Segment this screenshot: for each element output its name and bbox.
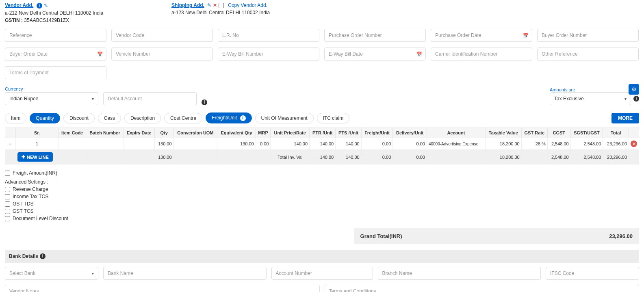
cell-freight[interactable]: 0.00 <box>361 138 393 150</box>
bank-name-input[interactable]: Bank Name <box>103 267 267 280</box>
cell-batch[interactable] <box>86 138 124 150</box>
lr-no-input[interactable]: L.R. No <box>218 29 319 42</box>
table-row[interactable]: ≡ 1 130.00 130.00 0.00 140.00 140.00 140… <box>5 138 639 150</box>
account-number-input[interactable]: Account Number <box>271 267 373 280</box>
grand-total-label: Grand Total(INR) <box>360 233 402 239</box>
table-header-row: Sr. Item Code Batch Number Expiry Date Q… <box>5 128 639 138</box>
gst-tcs-label: GST TCS <box>13 208 34 214</box>
buyer-order-date-input[interactable]: Buyer Order Date📅 <box>5 48 106 61</box>
reverse-charge-checkbox[interactable] <box>5 187 10 192</box>
gst-tcs-checkbox[interactable] <box>5 209 10 214</box>
cell-sr: 1 <box>16 138 59 150</box>
income-tax-tcs-checkbox[interactable] <box>5 194 10 199</box>
cell-pts[interactable]: 140.00 <box>336 138 361 150</box>
new-line-button[interactable]: ✚NEW LINE <box>17 152 53 162</box>
cell-account[interactable]: 40000-Advertising Expense <box>427 138 485 150</box>
vehicle-number-input[interactable]: Vehicle Number <box>111 48 213 61</box>
vendor-address-text: a-212 New Delhi Central DELHI 110002 Ind… <box>5 10 159 16</box>
shipping-address-block: Shipping Add. ✎ ✕ Copy Vendor Add. a-123… <box>171 2 326 23</box>
line-items-table: Sr. Item Code Batch Number Expiry Date Q… <box>5 128 639 164</box>
pill-discount[interactable]: Discount <box>63 113 95 123</box>
cell-conv-uom[interactable] <box>173 138 217 150</box>
po-number-input[interactable]: Purchase Order Number <box>324 29 426 42</box>
copy-vendor-checkbox[interactable] <box>219 3 224 8</box>
freight-amount-checkbox[interactable] <box>5 171 10 176</box>
cell-unit-price[interactable]: 140.00 <box>271 138 310 150</box>
col-total: Total <box>603 128 629 138</box>
vendor-code-input[interactable]: Vendor Code <box>111 29 213 42</box>
col-sgst: SGST/UGST <box>570 128 603 138</box>
pill-cess[interactable]: Cess <box>98 113 121 123</box>
plus-icon: ✚ <box>22 154 25 160</box>
reference-input[interactable]: Reference <box>5 29 106 42</box>
pill-freight-unit[interactable]: Freight/Unit i <box>206 112 252 123</box>
default-account-input[interactable]: Default Account <box>103 92 197 105</box>
drag-handle-icon[interactable]: ≡ <box>9 141 11 146</box>
terms-of-payment-input[interactable]: Terms of Payment <box>5 66 106 79</box>
ifsc-input[interactable]: IFSC Code <box>546 267 639 280</box>
info-icon: i <box>240 115 246 121</box>
cell-gst-rate[interactable]: 28 % <box>521 138 547 150</box>
address-header: Vendor Add. i ✎ a-212 New Delhi Central … <box>5 2 639 23</box>
calendar-icon[interactable]: 📅 <box>416 52 422 57</box>
edit-icon[interactable]: ✎ <box>44 3 48 9</box>
info-icon[interactable]: i <box>202 99 207 105</box>
table-totals-row: ✚NEW LINE 130.00 Total Inv. Val 140.00 1… <box>5 150 639 164</box>
pill-description[interactable]: Description <box>124 113 161 123</box>
info-icon[interactable]: i <box>633 96 639 102</box>
cell-item-code[interactable] <box>59 138 86 150</box>
amounts-are-select[interactable]: Tax Exclusive▾ <box>550 92 631 105</box>
calendar-icon[interactable]: 📅 <box>97 52 103 57</box>
calendar-icon[interactable]: 📅 <box>523 33 529 38</box>
cell-delivery[interactable]: 0.00 <box>393 138 427 150</box>
eway-bill-date-input[interactable]: E-Way Bill Date📅 <box>324 48 426 61</box>
col-taxable: Taxable Value <box>485 128 521 138</box>
gst-tds-checkbox[interactable] <box>5 201 10 207</box>
edit-icon[interactable]: ✎ <box>207 2 211 8</box>
delete-row-icon[interactable]: ✕ <box>631 141 637 147</box>
doc-discount-label: Document Level Discount <box>13 216 68 221</box>
bank-fields-row: Select Bank▾ Bank Name Account Number Br… <box>5 267 639 280</box>
cell-taxable: 18,200.00 <box>485 138 521 150</box>
col-sr: Sr. <box>16 128 59 138</box>
eway-bill-number-input[interactable]: E-Way Bill Number <box>218 48 319 61</box>
col-cgst: CGST <box>547 128 570 138</box>
cell-expiry[interactable] <box>124 138 154 150</box>
total-freight: 0.00 <box>361 150 393 164</box>
close-icon[interactable]: ✕ <box>213 2 217 8</box>
doc-discount-checkbox[interactable] <box>5 216 10 221</box>
buyer-order-number-input[interactable]: Buyer Order Number <box>537 29 639 42</box>
currency-select[interactable]: Indian Rupee▾ <box>5 92 98 105</box>
cell-ptr[interactable]: 140.00 <box>310 138 336 150</box>
po-date-input[interactable]: Purchase Order Date📅 <box>431 29 532 42</box>
other-reference-input[interactable]: Other Reference <box>537 48 639 61</box>
col-account: Account <box>427 128 485 138</box>
terms-conditions-textarea[interactable]: Terms and Conditions i <box>325 285 640 292</box>
more-button[interactable]: MORE <box>611 113 639 123</box>
cell-eq-qty[interactable]: 130.00 <box>217 138 256 150</box>
pill-uom[interactable]: Unit Of Measurement <box>255 113 314 123</box>
col-freight: Freight/Unit <box>361 128 393 138</box>
info-icon[interactable]: i <box>40 253 46 259</box>
info-icon[interactable]: i <box>37 3 42 9</box>
shipping-add-link[interactable]: Shipping Add. <box>171 2 204 8</box>
cell-mrp[interactable]: 0.00 <box>256 138 271 150</box>
pill-itc-claim[interactable]: ITC claim <box>317 113 350 123</box>
branch-name-input[interactable]: Branch Name <box>378 267 541 280</box>
total-qty: 130.00 <box>154 150 173 164</box>
col-batch: Batch Number <box>86 128 124 138</box>
vendor-notes-textarea[interactable]: Vendor Notes <box>5 285 320 292</box>
total-cgst: 2,548.00 <box>547 150 570 164</box>
gear-icon[interactable]: ⚙ <box>629 84 639 95</box>
pill-cost-centre[interactable]: Cost Centre <box>164 113 202 123</box>
select-bank-dropdown[interactable]: Select Bank▾ <box>5 267 98 280</box>
pill-item[interactable]: Item <box>5 113 26 123</box>
pill-quantity[interactable]: Quantity <box>30 113 60 123</box>
grand-total-value: 23,296.00 <box>609 233 633 239</box>
carrier-id-input[interactable]: Carrier Identification Number <box>431 48 532 61</box>
col-gst-rate: GST Rate <box>521 128 547 138</box>
cell-qty[interactable]: 130.00 <box>154 138 173 150</box>
copy-vendor-label[interactable]: Copy Vendor Add. <box>228 2 267 8</box>
currency-row: Currency Indian Rupee▾ Default Account i… <box>5 87 639 105</box>
vendor-add-link[interactable]: Vendor Add. <box>5 2 33 8</box>
